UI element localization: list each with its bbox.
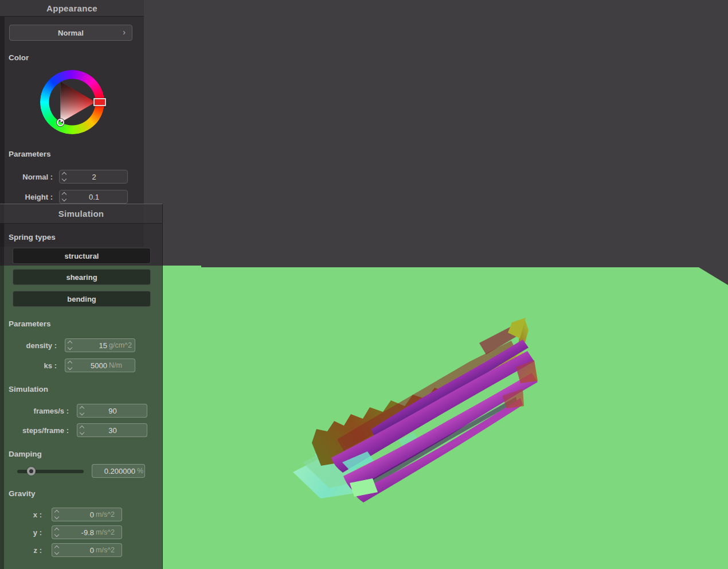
spin-down-icon[interactable] <box>68 365 72 370</box>
spinner-arrows[interactable] <box>60 193 69 201</box>
sv-selector[interactable] <box>57 119 64 126</box>
hue-selector[interactable] <box>93 98 106 106</box>
gravity-x-row: x : 0 m/s^2 <box>0 508 122 521</box>
damping-field-unit: % <box>135 467 144 475</box>
gravity-y-value: -9.8 <box>61 528 94 537</box>
normal-field[interactable]: 2 <box>59 170 128 184</box>
gravity-y-field[interactable]: -9.8 m/s^2 <box>52 525 122 539</box>
sim-parameters-label: Parameters <box>9 319 51 328</box>
ks-field-value: 5000 <box>75 361 107 370</box>
chevron-right-icon: › <box>123 28 126 37</box>
shading-mode-dropdown[interactable]: Normal › <box>9 25 132 41</box>
damping-field[interactable]: 0.200000 % <box>92 464 145 478</box>
spinner-arrows[interactable] <box>60 173 69 181</box>
shading-mode-label: Normal <box>58 29 84 37</box>
gravity-z-field[interactable]: 0 m/s^2 <box>52 543 122 557</box>
steps-field[interactable]: 30 <box>77 423 147 437</box>
color-wheel <box>40 70 104 134</box>
gravity-y-row: y : -9.8 m/s^2 <box>0 525 122 539</box>
normal-field-label: Normal : <box>0 173 53 181</box>
density-field-value: 15 <box>75 341 107 350</box>
fps-field-value: 90 <box>87 407 139 415</box>
steps-field-value: 30 <box>87 426 139 435</box>
panel-title: Appearance <box>46 3 97 13</box>
gravity-label: Gravity <box>9 489 36 498</box>
appearance-panel-header[interactable]: Appearance <box>0 0 144 17</box>
spin-down-icon[interactable] <box>54 550 59 555</box>
spinner-arrows[interactable] <box>52 546 61 554</box>
damping-slider-handle[interactable] <box>27 467 36 476</box>
appearance-parameters-label: Parameters <box>9 150 51 158</box>
fps-field-label: frames/s : <box>0 407 69 415</box>
gravity-x-unit: m/s^2 <box>94 510 122 519</box>
simulation-panel-header[interactable]: Simulation <box>0 204 162 224</box>
spin-down-icon[interactable] <box>54 515 59 519</box>
density-row: density : 15 g/cm^2 <box>0 338 135 352</box>
normal-row: Normal : 2 <box>0 170 128 184</box>
spinner-arrows[interactable] <box>65 341 75 349</box>
ks-field[interactable]: 5000 N/m <box>65 358 135 372</box>
gravity-y-unit: m/s^2 <box>94 528 122 536</box>
height-field[interactable]: 0.1 <box>59 190 128 204</box>
height-field-value: 0.1 <box>69 193 119 201</box>
sim-simulation-label: Simulation <box>9 385 48 393</box>
normal-field-value: 2 <box>69 173 119 181</box>
spring-button-shearing[interactable]: shearing <box>13 269 151 285</box>
spinner-arrows[interactable] <box>65 361 75 369</box>
panel-left-edge <box>0 204 4 569</box>
spin-down-icon[interactable] <box>68 345 72 350</box>
spin-down-icon[interactable] <box>80 411 84 415</box>
spinner-arrows[interactable] <box>77 426 87 434</box>
panel-simulation: Simulation Spring types structural shear… <box>0 204 163 569</box>
spinner-arrows[interactable] <box>52 528 61 536</box>
density-field-label: density : <box>0 341 57 350</box>
fps-row: frames/s : 90 <box>0 404 147 418</box>
spring-types-label: Spring types <box>9 233 56 241</box>
spinner-arrows[interactable] <box>52 510 61 519</box>
gravity-z-unit: m/s^2 <box>94 546 122 554</box>
density-field[interactable]: 15 g/cm^2 <box>65 338 135 352</box>
height-field-label: Height : <box>0 193 53 201</box>
fps-field[interactable]: 90 <box>77 404 147 418</box>
cloth-mesh <box>287 313 542 505</box>
spin-down-icon[interactable] <box>62 177 66 181</box>
spin-down-icon[interactable] <box>62 197 66 201</box>
ks-row: ks : 5000 N/m <box>0 358 135 372</box>
gravity-z-value: 0 <box>61 546 94 555</box>
damping-label: Damping <box>9 450 42 458</box>
color-section-label: Color <box>9 53 29 62</box>
gravity-y-label: y : <box>0 528 42 537</box>
damping-slider[interactable] <box>17 467 84 475</box>
spin-down-icon[interactable] <box>54 532 59 537</box>
app-window: Appearance Normal › Color <box>0 0 728 569</box>
steps-field-label: steps/frame : <box>0 426 69 435</box>
damping-field-value: 0.200000 <box>96 467 135 476</box>
steps-row: steps/frame : 30 <box>0 423 147 437</box>
gravity-x-field[interactable]: 0 m/s^2 <box>52 508 122 521</box>
gravity-z-row: z : 0 m/s^2 <box>0 543 122 557</box>
spring-button-bending[interactable]: bending <box>13 291 151 307</box>
height-row: Height : 0.1 <box>0 190 128 204</box>
gravity-x-label: x : <box>0 510 42 519</box>
spin-down-icon[interactable] <box>80 430 84 435</box>
spring-button-structural[interactable]: structural <box>13 248 151 264</box>
gravity-z-label: z : <box>0 546 42 555</box>
spinner-arrows[interactable] <box>77 407 87 415</box>
ks-field-label: ks : <box>0 361 57 370</box>
ks-field-unit: N/m <box>107 361 135 369</box>
density-field-unit: g/cm^2 <box>107 341 135 349</box>
damping-value-row: 0.200000 % <box>92 464 145 478</box>
gravity-x-value: 0 <box>61 510 94 519</box>
panel-title: Simulation <box>58 209 104 219</box>
